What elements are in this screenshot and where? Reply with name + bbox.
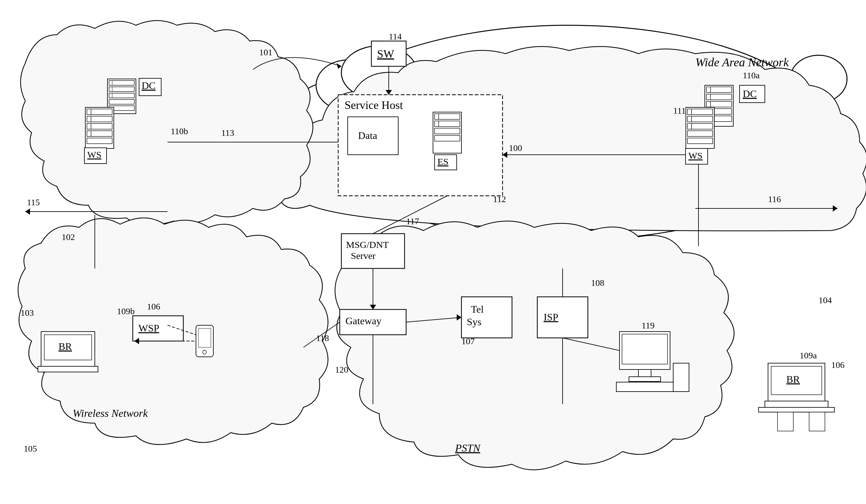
ref-103: 103 [21,308,34,318]
ws-right-label: WS [688,150,703,161]
ws-left-server [85,107,114,148]
svg-rect-64 [616,382,673,392]
ws-right-server [686,107,714,148]
mobile-phone [196,325,213,357]
ref-109b: 109b [117,306,135,316]
ref-106a: 106 [147,301,160,311]
ref-111: 111 [673,106,686,116]
svg-rect-44 [686,107,714,148]
main-diagram-svg: Wide Area Network Wireless Network PSTN [0,0,866,504]
gateway-label: Gateway [345,315,381,327]
service-host-label: Service Host [344,99,403,112]
ref-120: 120 [335,365,348,375]
ws-left-label: WS [87,149,101,160]
svg-rect-18 [85,107,114,148]
es-label: ES [437,156,448,167]
ref-119: 119 [642,321,655,330]
ref-107: 107 [462,336,475,346]
ref-102: 102 [62,232,75,242]
wan-label: Wide Area Network [695,56,789,69]
wireless-label: Wireless Network [73,408,148,419]
svg-rect-28 [433,112,462,153]
ref-110b: 110b [171,126,188,136]
svg-rect-63 [629,377,660,381]
ref-117: 117 [406,216,419,226]
ref-114: 114 [389,32,402,41]
svg-rect-71 [777,412,793,431]
ref-118: 118 [316,333,329,343]
ref-101: 101 [259,47,273,57]
diagram-container: Wide Area Network Wireless Network PSTN [0,0,866,504]
ref-115: 115 [27,197,40,207]
svg-rect-61 [622,334,667,364]
pstn-label: PSTN [455,442,481,454]
ref-104: 104 [819,295,832,305]
msg-server-label2: Server [351,250,376,261]
ref-110a: 110a [743,70,760,80]
es-server [433,112,462,153]
svg-rect-72 [809,412,825,431]
wsp-label: WSP [138,322,159,334]
ref-105: 105 [24,444,37,454]
ref-106b: 106 [831,360,844,370]
ref-109a: 109a [800,351,817,360]
svg-rect-69 [765,401,828,408]
dc-right-label: DC [743,88,757,100]
svg-rect-65 [673,363,689,392]
svg-rect-56 [38,366,98,372]
ref-108: 108 [591,278,604,288]
tel-sys-label1: Tel [471,303,484,315]
svg-text:BR: BR [58,341,72,352]
tel-sys-label2: Sys [467,316,481,328]
msg-server-label1: MSG/DNT [346,239,389,250]
data-label: Data [358,130,377,141]
svg-rect-58 [199,329,211,347]
ref-116: 116 [768,194,781,204]
ref-112: 112 [493,194,506,204]
sw-label: SW [377,48,394,60]
ref-100: 100 [509,143,522,153]
svg-rect-70 [758,408,834,412]
svg-rect-62 [639,369,651,377]
ref-113: 113 [221,128,234,138]
br-laptop-left: BR [38,332,98,372]
dc-left-label: DC [142,80,155,91]
svg-text:BR: BR [786,374,800,385]
isp-label: ISP [544,311,558,323]
